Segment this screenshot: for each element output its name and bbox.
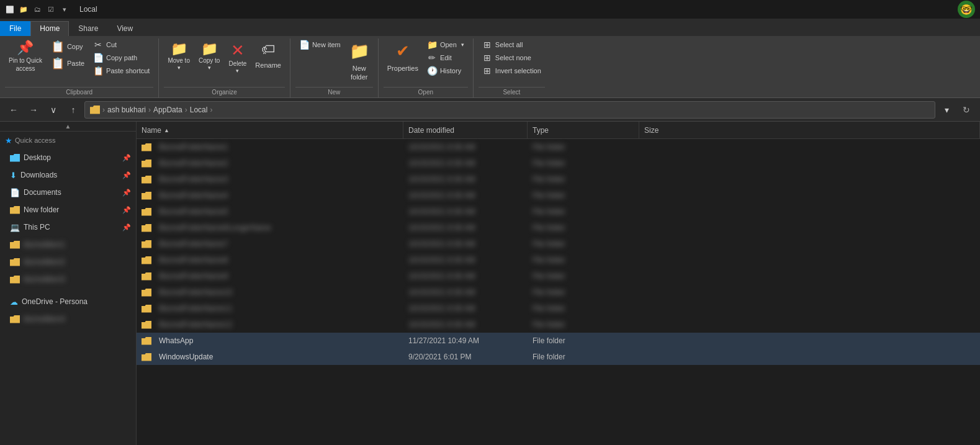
folder-icon xyxy=(142,305,151,313)
tab-file[interactable]: File xyxy=(0,21,30,36)
breadcrumb-ash-bukhari[interactable]: ash bukhari xyxy=(107,106,146,114)
documents-pin-icon: 📌 xyxy=(122,189,131,197)
paste-shortcut-button[interactable]: 📋 Paste shortcut xyxy=(89,65,153,77)
select-none-button[interactable]: ⊞ Select none xyxy=(479,52,545,64)
table-row[interactable]: BlurredFolderName4 10/15/2021 8:30 AM Fi… xyxy=(137,187,980,204)
back-button[interactable]: ← xyxy=(5,101,22,119)
dropdown-arrow-icon[interactable]: ▾ xyxy=(60,4,70,14)
table-row[interactable]: BlurredFolderName7 10/15/2021 8:30 AM Fi… xyxy=(137,236,980,252)
table-row[interactable]: BlurredFolderName1 10/15/2021 8:30 AM Fi… xyxy=(137,139,980,155)
copy-button[interactable]: 📋 Copy xyxy=(47,38,88,55)
nav-dropdown-button[interactable]: ▾ xyxy=(938,101,955,119)
sidebar-onedrive[interactable]: ☁ OneDrive - Persona xyxy=(0,293,136,310)
rename-button[interactable]: 🏷 Rename xyxy=(251,38,285,72)
new-folder-button[interactable]: 📁 New folder xyxy=(346,38,373,84)
copy-to-icon: 📁 xyxy=(201,41,218,57)
sidebar-blurred-2[interactable]: blurreditem2 xyxy=(0,253,136,271)
delete-icon: ✕ xyxy=(231,41,245,60)
refresh-button[interactable]: ↻ xyxy=(958,101,975,119)
user-avatar: 🤓 xyxy=(958,1,975,18)
sidebar-blurred-1[interactable]: blurreditem1 xyxy=(0,236,136,253)
sidebar-blurred-4[interactable]: blurreditem4 xyxy=(0,310,136,328)
cut-button[interactable]: ✂ Cut xyxy=(89,38,153,51)
open-label: Open xyxy=(384,87,468,97)
sidebar-blurred-3[interactable]: blurreditem3 xyxy=(0,271,136,288)
edit-button[interactable]: ✏ Edit xyxy=(423,52,468,64)
folder-icon xyxy=(142,224,151,232)
pin-to-quick-access-button[interactable]: 📌 Pin to Quick access xyxy=(5,38,46,75)
history-icon: 🕐 xyxy=(427,66,437,76)
sidebar-item-downloads[interactable]: ⬇ Downloads 📌 xyxy=(0,166,136,184)
star-icon: ★ xyxy=(5,136,12,145)
invert-selection-button[interactable]: ⊞ Invert selection xyxy=(479,65,545,77)
file-list: BlurredFolderName1 10/15/2021 8:30 AM Fi… xyxy=(137,139,980,445)
history-button[interactable]: 🕐 History xyxy=(423,65,468,77)
sidebar-item-desktop[interactable]: Desktop 📌 xyxy=(0,149,136,166)
breadcrumb-bar: › ash bukhari › AppData › Local › xyxy=(84,101,935,119)
this-pc-icon: 💻 xyxy=(10,223,20,232)
open-icon: 📁 xyxy=(427,40,437,50)
table-row[interactable]: BlurredFolderName5 10/15/2021 8:30 AM Fi… xyxy=(137,204,980,220)
forward-button[interactable]: → xyxy=(25,101,42,119)
ribbon-group-select: ⊞ Select all ⊞ Select none ⊞ Invert sele… xyxy=(474,38,550,97)
folder-icon xyxy=(142,208,151,216)
organize-label: Organize xyxy=(164,87,285,97)
table-row[interactable]: BlurredFolderName9 10/15/2021 8:30 AM Fi… xyxy=(137,268,980,284)
sidebar-quick-access[interactable]: ★ Quick access xyxy=(0,132,136,149)
open-button[interactable]: 📁 Open ▾ xyxy=(423,38,468,51)
new-item-button[interactable]: 📄 New item xyxy=(295,38,344,51)
this-pc-pin-icon: 📌 xyxy=(122,223,131,231)
clipboard-actions-column: ✂ Cut 📄 Copy path 📋 Paste shortcut xyxy=(89,38,153,77)
delete-arrow[interactable]: ▾ xyxy=(231,68,244,75)
table-row[interactable]: BlurredFolderName11 10/15/2021 8:30 AM F… xyxy=(137,300,980,317)
breadcrumb-local[interactable]: Local xyxy=(190,106,208,114)
move-to-button[interactable]: 📁 Move to ▾ xyxy=(164,38,194,72)
table-row[interactable]: BlurredFolderName3 10/15/2021 8:30 AM Fi… xyxy=(137,171,980,187)
sidebar-scroll-up[interactable]: ▲ xyxy=(0,122,136,132)
col-header-size[interactable]: Size xyxy=(639,122,980,138)
recent-button[interactable]: ∨ xyxy=(45,101,62,119)
table-row-whatsapp[interactable]: WhatsApp 11/27/2021 10:49 AM File folder xyxy=(137,333,980,349)
table-row-windowsupdate[interactable]: WindowsUpdate 9/20/2021 6:01 PM File fol… xyxy=(137,349,980,365)
documents-icon: 📄 xyxy=(10,188,20,197)
new-column: 📄 New item xyxy=(295,38,344,51)
table-row[interactable]: BlurredFolderName8 10/15/2021 8:30 AM Fi… xyxy=(137,252,980,268)
tab-share[interactable]: Share xyxy=(69,21,107,36)
tab-home[interactable]: Home xyxy=(30,21,69,36)
table-row[interactable]: BlurredFolderName6LongerName 10/15/2021 … xyxy=(137,220,980,236)
ribbon-group-clipboard: 📌 Pin to Quick access 📋 Copy 📋 Paste ✂ C… xyxy=(0,38,159,97)
move-to-arrow[interactable]: ▾ xyxy=(173,65,186,72)
paste-button[interactable]: 📋 Paste xyxy=(47,55,88,71)
properties-icon: ✔ xyxy=(396,41,410,62)
up-button[interactable]: ↑ xyxy=(65,101,82,119)
delete-button[interactable]: ✕ Delete ▾ xyxy=(225,38,250,75)
copy-to-arrow[interactable]: ▾ xyxy=(203,65,216,72)
whatsapp-folder-icon xyxy=(142,337,151,345)
breadcrumb-sep-1: › xyxy=(102,106,105,114)
col-header-name[interactable]: Name ▲ xyxy=(137,122,403,138)
ribbon-organize-items: 📁 Move to ▾ 📁 Copy to ▾ ✕ Delete ▾ xyxy=(164,38,285,87)
col-header-date[interactable]: Date modified xyxy=(403,122,528,138)
folder-icon xyxy=(142,240,151,248)
blurred-folder-icon-4 xyxy=(10,315,20,323)
select-all-button[interactable]: ⊞ Select all xyxy=(479,38,545,51)
sidebar-item-new-folder[interactable]: New folder 📌 xyxy=(0,201,136,218)
open-arrow: ▾ xyxy=(461,42,464,48)
properties-button[interactable]: ✔ Properties xyxy=(384,38,422,75)
pin-icon: 📌 xyxy=(17,41,34,55)
folder-icon xyxy=(142,192,151,200)
sidebar-item-documents[interactable]: 📄 Documents 📌 xyxy=(0,184,136,201)
breadcrumb-sep-4: › xyxy=(210,106,212,114)
breadcrumb-appdata[interactable]: AppData xyxy=(153,106,182,114)
downloads-pin-icon: 📌 xyxy=(122,171,131,179)
table-row[interactable]: BlurredFolderName2 10/15/2021 8:30 AM Fi… xyxy=(137,155,980,171)
sidebar-item-this-pc[interactable]: 💻 This PC 📌 xyxy=(0,218,136,236)
table-row[interactable]: BlurredFolderName10 10/15/2021 8:30 AM F… xyxy=(137,284,980,300)
select-none-icon: ⊞ xyxy=(482,53,492,63)
clipboard-column: 📋 Copy 📋 Paste xyxy=(47,38,88,71)
col-header-type[interactable]: Type xyxy=(528,122,639,138)
copy-path-button[interactable]: 📄 Copy path xyxy=(89,52,153,64)
tab-view[interactable]: View xyxy=(107,21,142,36)
copy-to-button[interactable]: 📁 Copy to ▾ xyxy=(195,38,223,72)
table-row[interactable]: BlurredFolderName12 10/15/2021 8:30 AM F… xyxy=(137,317,980,333)
